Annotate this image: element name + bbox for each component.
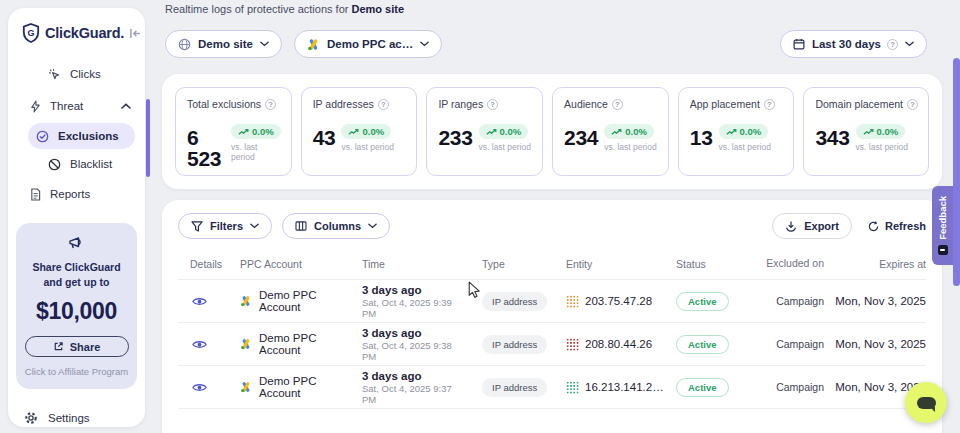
expires-at-cell: Mon, Nov 3, 2025 <box>830 295 926 307</box>
columns-button-label: Columns <box>314 220 361 232</box>
help-icon: ? <box>612 99 623 110</box>
column-header: Entity <box>550 258 660 270</box>
export-button-label: Export <box>804 220 839 232</box>
sidebar-item-blacklist[interactable]: Blacklist <box>40 151 139 177</box>
time-cell: 3 days ago Sat, Oct 4, 2025 9:39 PM <box>348 284 466 319</box>
logo-text: ClickGuard. <box>45 25 124 41</box>
entity-value: 208.80.44.26 <box>585 338 652 350</box>
excluded-on-cell: Campaign <box>760 338 830 350</box>
affiliate-promo-card[interactable]: Share ClickGuard and get up to $10,000 S… <box>16 223 137 389</box>
sidebar-item-reports[interactable]: Reports <box>22 181 139 207</box>
filters-row: Demo site Demo PPC ac… Last 30 days ? <box>165 30 942 58</box>
stats-panel: Total exclusions ? 6 523 0.0% vs. last p… <box>162 74 942 189</box>
delta-badge: 0.0% <box>341 124 391 139</box>
table-row[interactable]: Demo PPC Account 3 days ago Sat, Oct 4, … <box>178 280 926 323</box>
delta-value: 0.0% <box>362 126 384 137</box>
time-cell: 3 days ago Sat, Oct 4, 2025 9:38 PM <box>348 327 466 362</box>
status-cell: Active <box>660 335 760 354</box>
stat-caption: vs. last period <box>604 142 656 152</box>
chat-launcher-button[interactable] <box>905 382 947 423</box>
sidebar-item-label: Reports <box>50 188 90 200</box>
page-scrollbar[interactable] <box>953 58 960 286</box>
time-relative: 3 days ago <box>362 327 466 339</box>
details-cell <box>178 294 228 309</box>
stat-label: IP ranges <box>438 98 483 110</box>
feedback-tab[interactable]: Feedback <box>932 186 953 265</box>
type-badge: IP address <box>482 292 547 311</box>
clickguard-shield-logo-icon: G <box>22 23 40 43</box>
funnel-icon <box>191 221 203 232</box>
ppc-account-filter-dropdown[interactable]: Demo PPC ac… <box>294 30 442 58</box>
megaphone-icon <box>24 235 129 250</box>
settings-label: Settings <box>48 412 90 424</box>
stat-label: Audience <box>564 98 608 110</box>
type-cell: IP address <box>466 335 550 354</box>
external-link-icon <box>53 341 64 352</box>
columns-dropdown-button[interactable]: Columns <box>282 213 390 239</box>
help-icon: ? <box>487 99 498 110</box>
trend-up-icon <box>726 128 737 136</box>
details-cell <box>178 380 228 395</box>
status-cell: Active <box>660 378 760 397</box>
toolbar-right: Export Refresh <box>772 213 926 239</box>
sidebar-item-threat[interactable]: Threat <box>22 93 139 119</box>
sidebar-item-exclusions[interactable]: Exclusions <box>28 123 135 149</box>
export-button[interactable]: Export <box>772 213 852 239</box>
refresh-button[interactable]: Refresh <box>868 220 926 232</box>
delta-badge: 0.0% <box>479 124 529 139</box>
promo-amount: $10,000 <box>24 298 129 325</box>
chevron-down-icon <box>250 223 259 229</box>
svg-text:G: G <box>27 28 34 38</box>
calendar-icon <box>793 38 805 50</box>
view-details-eye-icon[interactable] <box>190 380 209 395</box>
ppc-account-cell: Demo PPC Account <box>228 289 348 313</box>
status-badge: Active <box>676 378 729 397</box>
stat-label: App placement <box>690 98 760 110</box>
chevron-down-icon <box>368 223 377 229</box>
filters-dropdown-button[interactable]: Filters <box>178 213 272 239</box>
trend-up-icon <box>611 128 622 136</box>
share-button[interactable]: Share <box>25 336 129 357</box>
click-cursor-icon <box>48 68 61 81</box>
table-row[interactable]: Demo PPC Account 3 days ago Sat, Oct 4, … <box>178 366 926 409</box>
date-range-dropdown[interactable]: Last 30 days ? <box>780 30 927 58</box>
entity-identicon <box>566 295 579 308</box>
time-absolute: Sat, Oct 4, 2025 9:37 PM <box>362 383 466 405</box>
stat-card: IP ranges ? 233 0.0% vs. last period <box>426 87 543 176</box>
google-ads-icon <box>240 295 252 307</box>
refresh-icon <box>868 221 879 232</box>
type-cell: IP address <box>466 292 550 311</box>
time-absolute: Sat, Oct 4, 2025 9:39 PM <box>362 297 466 319</box>
share-button-label: Share <box>70 341 101 353</box>
status-badge: Active <box>676 292 729 311</box>
chevron-up-icon <box>121 103 131 109</box>
excluded-on-cell: Campaign <box>760 295 830 307</box>
view-details-eye-icon[interactable] <box>190 294 209 309</box>
collapse-sidebar-icon[interactable] <box>129 28 142 39</box>
sidebar-item-settings[interactable]: Settings <box>24 411 145 425</box>
promo-heading: Share ClickGuard and get up to <box>24 260 129 290</box>
stat-label: Total exclusions <box>187 98 261 110</box>
type-cell: IP address <box>466 378 550 397</box>
sidebar-item-clicks[interactable]: Clicks <box>40 61 139 87</box>
time-absolute: Sat, Oct 4, 2025 9:38 PM <box>362 340 466 362</box>
entity-value: 203.75.47.28 <box>585 295 652 307</box>
entity-cell: 208.80.44.26 <box>550 338 660 351</box>
time-cell: 3 days ago Sat, Oct 4, 2025 9:37 PM <box>348 370 466 405</box>
stat-value: 13 <box>690 127 713 148</box>
entity-identicon <box>566 381 579 394</box>
table-row[interactable]: Demo PPC Account 3 days ago Sat, Oct 4, … <box>178 323 926 366</box>
sidebar-scrollbar[interactable] <box>146 99 150 177</box>
delta-value: 0.0% <box>252 126 274 137</box>
view-details-eye-icon[interactable] <box>190 337 209 352</box>
entity-cell: 16.213.141.2… <box>550 381 660 394</box>
status-cell: Active <box>660 292 760 311</box>
feedback-widget-icon <box>938 245 948 255</box>
trend-up-icon <box>863 128 874 136</box>
site-filter-dropdown[interactable]: Demo site <box>165 30 282 58</box>
google-ads-icon <box>307 38 320 51</box>
entity-value: 16.213.141.2… <box>585 381 664 393</box>
column-header: Expires at <box>830 258 926 270</box>
column-header: Details <box>178 258 228 270</box>
download-icon <box>785 220 797 232</box>
